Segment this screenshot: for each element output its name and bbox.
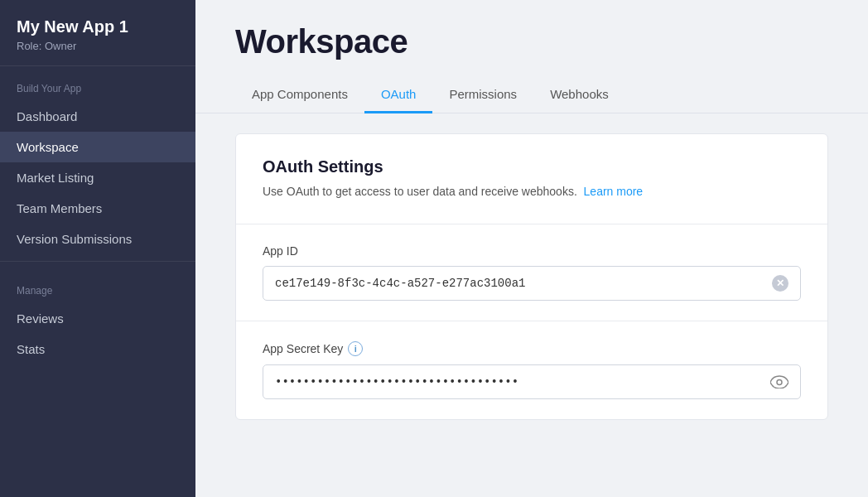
- tabs-bar: App Components OAuth Permissions Webhook…: [195, 77, 868, 113]
- sidebar: My New App 1 Role: Owner Build Your App …: [0, 0, 195, 497]
- tab-permissions[interactable]: Permissions: [432, 77, 533, 113]
- sidebar-divider: [0, 261, 195, 262]
- eye-icon: [770, 375, 788, 388]
- page-title: Workspace: [235, 23, 828, 60]
- content-area: OAuth Settings Use OAuth to get access t…: [195, 113, 868, 446]
- sidebar-item-dashboard[interactable]: Dashboard: [0, 101, 195, 132]
- tab-app-components[interactable]: App Components: [235, 77, 364, 113]
- app-id-input[interactable]: [263, 267, 760, 300]
- app-role: Role: Owner: [17, 40, 179, 52]
- sidebar-item-version-submissions[interactable]: Version Submissions: [0, 224, 195, 254]
- app-secret-label: App Secret Key i: [263, 341, 801, 356]
- sidebar-item-reviews[interactable]: Reviews: [0, 303, 195, 334]
- sidebar-section-build: Build Your App: [0, 66, 195, 101]
- oauth-settings-title: OAuth Settings: [263, 157, 801, 176]
- app-secret-reveal-button[interactable]: [759, 369, 800, 395]
- app-secret-group: App Secret Key i: [236, 321, 827, 419]
- app-secret-input[interactable]: [263, 365, 759, 398]
- app-id-group: App ID ✕: [236, 224, 827, 321]
- app-id-label: App ID: [263, 244, 801, 258]
- oauth-settings-header: OAuth Settings Use OAuth to get access t…: [236, 134, 827, 224]
- sidebar-header: My New App 1 Role: Owner: [0, 0, 195, 66]
- oauth-card: OAuth Settings Use OAuth to get access t…: [235, 133, 828, 420]
- sidebar-section-manage: Manage: [0, 268, 195, 303]
- close-icon: ✕: [772, 275, 788, 292]
- app-id-clear-button[interactable]: ✕: [760, 268, 800, 298]
- info-icon[interactable]: i: [348, 341, 363, 356]
- learn-more-link[interactable]: Learn more: [584, 185, 644, 198]
- svg-point-0: [777, 380, 782, 385]
- sidebar-item-team-members[interactable]: Team Members: [0, 193, 195, 224]
- oauth-settings-description: Use OAuth to get access to user data and…: [263, 183, 801, 200]
- page-header: Workspace: [195, 0, 868, 77]
- app-name: My New App 1: [17, 17, 179, 36]
- app-id-input-wrapper: ✕: [263, 266, 801, 301]
- sidebar-item-market-listing[interactable]: Market Listing: [0, 162, 195, 193]
- tab-webhooks[interactable]: Webhooks: [533, 77, 625, 113]
- app-secret-input-wrapper: [263, 364, 801, 399]
- tab-oauth[interactable]: OAuth: [364, 77, 433, 113]
- sidebar-item-workspace[interactable]: Workspace: [0, 132, 195, 162]
- main-content: Workspace App Components OAuth Permissio…: [195, 0, 868, 497]
- sidebar-item-stats[interactable]: Stats: [0, 334, 195, 364]
